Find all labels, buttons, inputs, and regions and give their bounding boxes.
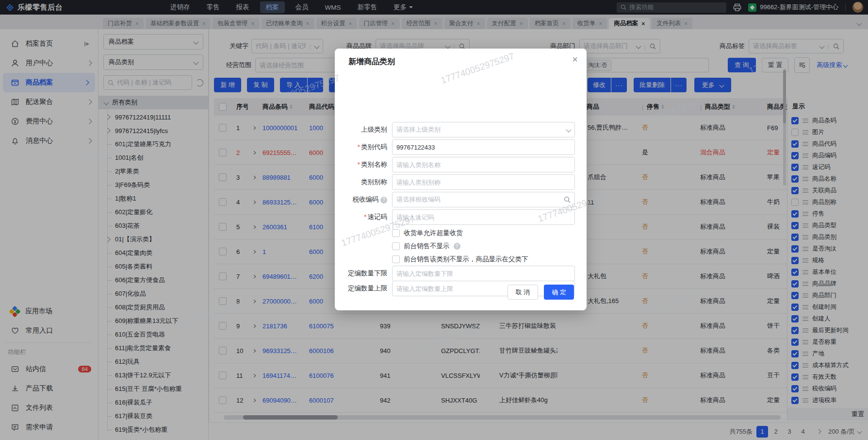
modal-checkbox-row[interactable]: 前台销售该类别不显示，商品显示在父类下 ? <box>392 254 528 264</box>
category-code-input[interactable] <box>392 139 575 155</box>
category-code-label: *类别代码 <box>335 143 387 152</box>
add-category-modal: 新增商品类别 × 上级类别 请选择上级类别 *类别代码 *类别名称 类别别称 税… <box>335 49 587 310</box>
checkbox-label: 前台销售不显示 <box>404 242 450 251</box>
modal-checkbox-row[interactable]: 收货单允许超量收货 ? <box>392 228 463 238</box>
parent-category-select[interactable]: 请选择上级类别 <box>392 122 575 137</box>
modal-checkbox-row[interactable]: 前台销售不显示 ? <box>392 241 460 251</box>
tax-code-select[interactable]: 请选择税收编码 <box>392 192 575 207</box>
checkbox[interactable] <box>392 242 400 250</box>
quota-min-input[interactable] <box>392 266 575 281</box>
checkbox[interactable] <box>392 255 400 263</box>
quota-max-label: 定编数量上限 <box>335 284 387 293</box>
category-alias-label: 类别别称 <box>335 178 387 186</box>
modal-title: 新增商品类别 <box>348 57 395 67</box>
mnemonic-input[interactable] <box>392 209 575 225</box>
category-name-label: *类别名称 <box>335 160 387 169</box>
confirm-button[interactable]: 确 定 <box>544 285 574 300</box>
parent-category-label: 上级类别 <box>335 125 387 134</box>
checkbox-label: 前台销售该类别不显示，商品显示在父类下 <box>404 255 528 264</box>
tax-code-label: 税收编码 ? <box>335 195 387 204</box>
help-icon[interactable]: ? <box>380 197 387 203</box>
chevron-down-icon <box>566 127 571 132</box>
quota-min-label: 定编数量下限 <box>335 269 387 278</box>
cancel-button[interactable]: 取 消 <box>508 285 539 300</box>
search-icon[interactable] <box>564 196 571 203</box>
close-icon[interactable]: × <box>572 54 578 64</box>
category-alias-input[interactable] <box>392 174 575 190</box>
category-name-input[interactable] <box>392 157 575 172</box>
mnemonic-label: *速记码 <box>335 213 387 221</box>
checkbox-label: 收货单允许超量收货 <box>404 229 463 237</box>
checkbox[interactable] <box>392 229 400 237</box>
help-icon[interactable]: ? <box>454 243 460 250</box>
